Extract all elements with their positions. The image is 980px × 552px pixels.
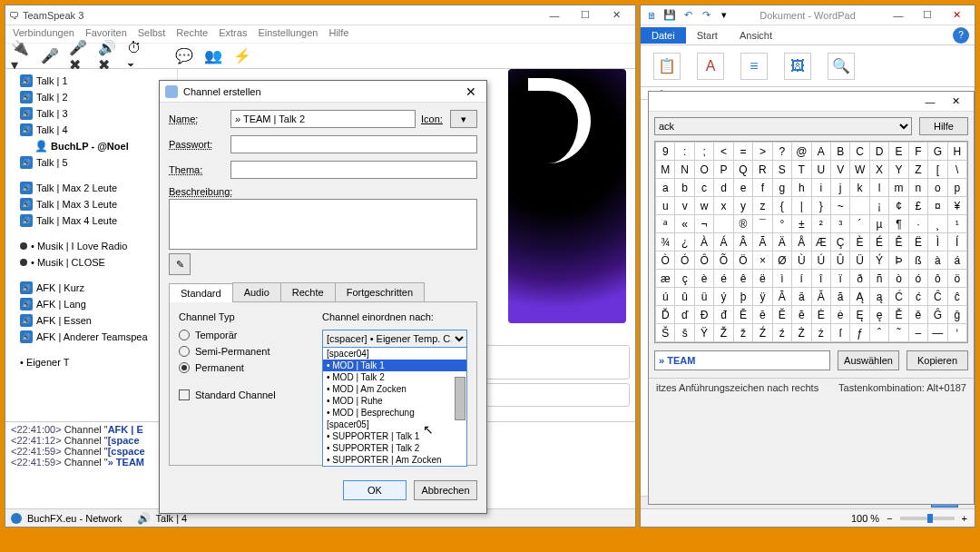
char-cell[interactable]: ÿ: [753, 288, 772, 306]
description-input[interactable]: [169, 199, 477, 250]
char-cell[interactable]: ĉ: [947, 288, 966, 306]
char-cell[interactable]: ¢: [889, 197, 908, 215]
char-cell[interactable]: Ą: [850, 288, 869, 306]
char-cell[interactable]: 9: [656, 143, 675, 161]
maximize-button[interactable]: ☐: [570, 7, 601, 24]
char-cell[interactable]: ·: [908, 215, 927, 233]
char-cell[interactable]: Y: [889, 161, 908, 179]
tree-row[interactable]: 🔊AFK | Kurz: [7, 280, 175, 296]
icon-picker-button[interactable]: ▾: [450, 110, 477, 128]
char-cell[interactable]: ę: [869, 306, 888, 324]
char-cell[interactable]: °: [772, 215, 791, 233]
char-cell[interactable]: g: [772, 179, 791, 197]
char-cell[interactable]: Ē: [733, 306, 752, 324]
char-cell[interactable]: k: [850, 179, 869, 197]
char-cell[interactable]: ô: [928, 270, 947, 288]
tab-fortgeschritten[interactable]: Fortgeschritten: [335, 282, 425, 301]
char-cell[interactable]: |: [792, 197, 811, 215]
char-cell[interactable]: ú: [656, 288, 675, 306]
char-cell[interactable]: ý: [714, 288, 733, 306]
menu-hilfe[interactable]: Hilfe: [328, 27, 348, 41]
char-cell[interactable]: h: [792, 179, 811, 197]
char-cell[interactable]: ª: [656, 215, 675, 233]
zoom-in-button[interactable]: +: [962, 513, 967, 524]
char-cell[interactable]: á: [947, 251, 966, 270]
char-cell[interactable]: v: [675, 197, 694, 215]
dropdown-option[interactable]: • MOD | Am Zocken: [323, 383, 466, 395]
char-cell[interactable]: þ: [733, 288, 752, 306]
mic-mute-icon[interactable]: 🎤: [40, 46, 60, 66]
char-cell[interactable]: u: [656, 197, 675, 215]
tree-row[interactable]: 🔊Talk | 5: [7, 154, 175, 171]
wp-titlebar[interactable]: 🗎 💾 ↶ ↷ ▾ Dokument - WordPad — ☐ ✕: [641, 5, 975, 25]
char-cell[interactable]: Ú: [811, 251, 830, 270]
char-cell[interactable]: D: [869, 143, 888, 161]
tab-audio[interactable]: Audio: [232, 282, 281, 301]
channel-tree[interactable]: 🔊Talk | 1🔊Talk | 2🔊Talk | 3🔊Talk | 4👤Buc…: [5, 69, 178, 421]
char-cell[interactable]: Q: [733, 161, 752, 179]
char-cell[interactable]: à: [928, 251, 947, 270]
cancel-button[interactable]: Abbrechen: [414, 480, 477, 500]
char-cell[interactable]: N: [675, 161, 694, 179]
zoom-out-button[interactable]: −: [887, 513, 892, 524]
char-cell[interactable]: Đ: [694, 306, 713, 324]
char-cell[interactable]: ą: [869, 288, 888, 306]
char-cell[interactable]: À: [694, 233, 713, 251]
menu-rechte[interactable]: Rechte: [176, 27, 208, 41]
name-input[interactable]: [230, 110, 416, 128]
char-cell[interactable]: o: [928, 179, 947, 197]
char-cell[interactable]: ¾: [656, 233, 675, 251]
tree-row[interactable]: 🔊Talk | 3: [7, 105, 175, 122]
char-cell[interactable]: b: [675, 179, 694, 197]
zoom-slider[interactable]: [900, 517, 955, 520]
char-cell[interactable]: ˜: [889, 324, 908, 342]
char-cell[interactable]: Í: [947, 233, 966, 251]
char-cell[interactable]: –: [908, 324, 927, 342]
dialog-titlebar[interactable]: Channel erstellen ✕: [160, 81, 486, 103]
char-cell[interactable]: Ĝ: [928, 306, 947, 324]
password-input[interactable]: [230, 135, 477, 153]
tab-start[interactable]: Start: [686, 27, 729, 44]
cm-titlebar[interactable]: — ✕: [649, 92, 974, 112]
char-cell[interactable]: ó: [908, 270, 927, 288]
char-cell[interactable]: =: [733, 143, 752, 161]
ts-titlebar[interactable]: 🗨 TeamSpeak 3 — ☐ ✕: [5, 5, 635, 25]
char-cell[interactable]: Õ: [714, 251, 733, 270]
char-cell[interactable]: H: [947, 143, 966, 161]
select-button[interactable]: Auswählen: [838, 350, 899, 370]
redo-icon[interactable]: ↷: [699, 8, 713, 23]
edit-description-button[interactable]: ✎: [169, 253, 191, 275]
char-cell[interactable]: Ä: [772, 233, 791, 251]
char-cell[interactable]: ­: [714, 215, 733, 233]
char-cell[interactable]: ò: [889, 270, 908, 288]
char-cell[interactable]: ¹: [947, 215, 966, 233]
radio-semi-permanent[interactable]: Semi-Permanent: [179, 346, 308, 357]
tree-row[interactable]: • Eigener T: [7, 354, 175, 370]
char-cell[interactable]: ~: [830, 197, 849, 215]
char-cell[interactable]: Z: [908, 161, 927, 179]
char-cell[interactable]: ¿: [675, 233, 694, 251]
char-cell[interactable]: ¶: [889, 215, 908, 233]
char-cell[interactable]: î: [811, 270, 830, 288]
char-cell[interactable]: Ø: [772, 251, 791, 270]
char-cell[interactable]: Ĕ: [772, 306, 791, 324]
char-cell[interactable]: Ö: [733, 251, 752, 270]
char-cell[interactable]: Ĉ: [928, 288, 947, 306]
addon-icon[interactable]: ⚡: [232, 46, 252, 66]
dropdown-option[interactable]: • MOD | Ruhe: [323, 395, 466, 407]
tab-standard[interactable]: Standard: [169, 283, 233, 302]
speaker-mute-icon[interactable]: 🔊✖: [98, 46, 118, 66]
char-cell[interactable]: ñ: [869, 270, 888, 288]
char-cell[interactable]: Ż: [792, 324, 811, 342]
sort-combo[interactable]: [cspacer] • Eigener Temp. C… [spacer04]•…: [322, 330, 467, 348]
char-cell[interactable]: a: [656, 179, 675, 197]
tree-row[interactable]: • Musik | CLOSE: [7, 254, 175, 271]
qat-dropdown-icon[interactable]: ▾: [717, 8, 731, 23]
char-cell[interactable]: ß: [908, 251, 927, 270]
char-cell[interactable]: i: [811, 179, 830, 197]
char-cell[interactable]: ē: [753, 306, 772, 324]
char-cell[interactable]: ?: [772, 143, 791, 161]
char-cell[interactable]: O: [694, 161, 713, 179]
find-icon[interactable]: 🔍: [828, 53, 855, 80]
help-button[interactable]: Hilfe: [919, 117, 968, 135]
